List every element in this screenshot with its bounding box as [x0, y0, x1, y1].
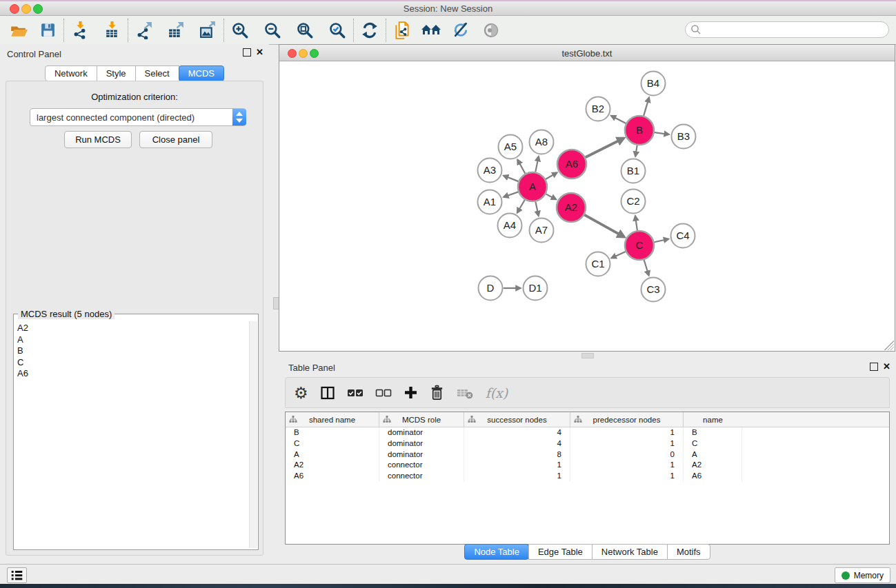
export-network-button[interactable] [134, 20, 155, 41]
zoom-out-button[interactable] [262, 20, 283, 41]
criterion-dropdown[interactable]: largest connected component (directed) [30, 108, 246, 126]
graphics-details-button[interactable] [450, 20, 471, 41]
import-network-button[interactable] [70, 20, 90, 41]
select-all-button[interactable] [347, 383, 364, 403]
network-graph[interactable]: B4B2BB3B1A5A8A6A3AA1A2C2A4A7C4CC1C3DD1 [279, 61, 895, 351]
function-builder-button[interactable]: f(x) [486, 383, 508, 403]
table-settings-button[interactable]: ⚙ [294, 383, 308, 403]
mcds-result-item[interactable]: A2 [14, 323, 250, 334]
mcds-result-item[interactable]: C [14, 357, 250, 369]
column-visibility-button[interactable] [320, 383, 335, 403]
edge-A-A5[interactable] [517, 160, 525, 174]
edge-A-A3[interactable] [504, 176, 518, 181]
refresh-button[interactable] [359, 20, 380, 41]
panel-list-button[interactable] [7, 567, 27, 583]
delete-row-button[interactable] [430, 383, 444, 403]
table-row[interactable]: Cdominator41C [286, 438, 889, 449]
column-header-predecessor-nodes[interactable]: predecessor nodes [570, 412, 684, 427]
mcds-result-item[interactable]: A [14, 334, 250, 346]
close-table-panel-icon[interactable]: ✕ [883, 363, 890, 371]
column-header-mcds-role[interactable]: MCDS role [379, 412, 464, 427]
tab-motifs[interactable]: Motifs [667, 544, 710, 560]
table-cell: 1 [464, 460, 570, 471]
table-cell-filler [742, 449, 889, 460]
clone-network-button[interactable] [392, 20, 412, 41]
edge-C-C3[interactable] [644, 260, 649, 276]
zoom-in-button[interactable] [230, 20, 250, 41]
column-header-successor-nodes[interactable]: successor nodes [464, 412, 570, 427]
node-label-B2: B2 [592, 103, 604, 114]
zoom-fit-button[interactable] [295, 20, 315, 41]
edge-B-B2[interactable] [611, 116, 626, 123]
close-panel-button[interactable]: Close panel [139, 131, 212, 148]
search-input[interactable] [685, 21, 889, 38]
run-mcds-button[interactable]: Run MCDS [64, 131, 132, 148]
table-cell-filler [742, 427, 889, 438]
node-label-B: B [636, 124, 643, 136]
tab-style[interactable]: Style [97, 65, 136, 81]
edge-B-B3[interactable] [655, 132, 669, 134]
table-row[interactable]: A6connector11A6 [286, 471, 889, 482]
delete-table-button[interactable] [456, 383, 474, 403]
horizontal-splitter-grip[interactable] [581, 353, 594, 358]
export-image-button[interactable] [197, 20, 218, 41]
zoom-selected-button[interactable] [327, 20, 348, 41]
toolbar-separator [223, 19, 224, 42]
open-session-button[interactable] [8, 20, 29, 41]
app-title: Session: New Session [0, 3, 896, 14]
edge-A-A8[interactable] [535, 156, 539, 172]
column-header-name[interactable]: name [684, 412, 742, 427]
edge-A-A1[interactable] [504, 192, 518, 196]
table-row[interactable]: Adominator80A [286, 449, 889, 460]
open-folder-icon [10, 21, 28, 39]
memory-button[interactable]: Memory [835, 567, 890, 583]
home-button[interactable] [421, 20, 441, 41]
table-cell-filler [742, 471, 889, 482]
float-panel-icon[interactable] [243, 48, 251, 57]
mcds-result-item[interactable]: B [14, 345, 250, 357]
tab-node-table[interactable]: Node Table [464, 544, 529, 560]
edge-A-A2[interactable] [546, 194, 556, 199]
deselect-all-button[interactable] [375, 383, 392, 403]
edge-A2-C[interactable] [584, 215, 624, 237]
float-table-panel-icon[interactable] [870, 363, 878, 371]
result-scrollbar[interactable] [249, 321, 257, 548]
tab-edge-table[interactable]: Edge Table [528, 544, 593, 560]
edge-A-A6[interactable] [546, 173, 557, 180]
save-session-button[interactable] [37, 20, 58, 41]
mcds-result-item[interactable]: A6 [14, 368, 250, 380]
edge-A6-B[interactable] [586, 138, 624, 157]
edge-A-A7[interactable] [535, 202, 538, 216]
zoom-fit-icon [296, 21, 314, 39]
column-header-shared-name[interactable]: shared name [286, 412, 379, 427]
node-label-C2: C2 [626, 195, 639, 207]
tab-network-table[interactable]: Network Table [592, 544, 668, 560]
add-row-button[interactable] [404, 383, 418, 403]
edge-B-B4[interactable] [644, 98, 649, 116]
table-row[interactable]: A2connector11A2 [286, 460, 889, 471]
eye-button[interactable] [481, 20, 501, 41]
export-table-button[interactable] [166, 20, 186, 41]
close-panel-icon[interactable]: ✕ [256, 48, 263, 57]
zoom-selected-icon [328, 21, 346, 39]
toolbar-separator [63, 19, 64, 42]
tab-network[interactable]: Network [45, 65, 97, 81]
table-cell: 4 [464, 438, 570, 449]
edge-C-C1[interactable] [612, 252, 626, 258]
tab-select[interactable]: Select [135, 65, 179, 81]
import-network-icon [71, 21, 90, 39]
window-resize-grip[interactable] [884, 341, 894, 350]
edge-A-A4[interactable] [517, 200, 525, 213]
table-cell-filler [742, 438, 889, 449]
table-row[interactable]: Bdominator41B [286, 427, 889, 438]
node-table[interactable]: shared nameMCDS rolesuccessor nodesprede… [285, 412, 890, 545]
attribute-icon [468, 416, 476, 423]
graphics-details-icon [452, 21, 470, 39]
edge-C-C4[interactable] [655, 239, 669, 243]
edge-B-B1[interactable] [635, 145, 637, 156]
control-panel: Control Panel ✕ NetworkStyleSelectMCDS O… [0, 44, 269, 564]
column-label: successor nodes [487, 416, 546, 424]
edge-C-C2[interactable] [635, 216, 637, 230]
import-table-button[interactable] [101, 20, 122, 41]
tab-mcds[interactable]: MCDS [179, 65, 224, 81]
